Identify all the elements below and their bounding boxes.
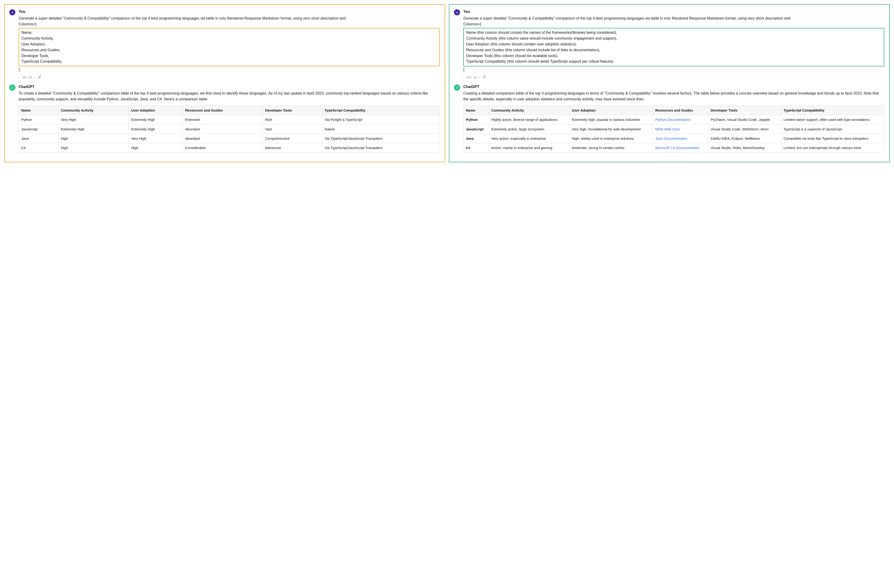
th-name: Name [464, 106, 489, 115]
td-activity: Active, mainly in enterprise and gaming [489, 143, 569, 153]
avatar-user: a [9, 9, 15, 15]
columns-close: ] [463, 67, 884, 73]
avatar-assistant [454, 85, 460, 91]
col-line: Name (this column should contain the nam… [466, 30, 882, 36]
avatar-letter: a [11, 10, 13, 15]
user-label: You [19, 9, 439, 15]
doc-link[interactable]: Microsoft C# Documentation [655, 146, 699, 150]
td-tools: Vast [263, 124, 322, 134]
assistant-message: ChatGPT To create a detailed "Community … [9, 84, 439, 153]
col-line: Developer Tools (this column should list… [466, 53, 882, 59]
td-resources: Extensive [183, 115, 263, 124]
columns-block: Name (this column should contain the nam… [463, 28, 884, 67]
col-line: Community Activity, [21, 36, 437, 41]
td-activity: Extremely High [59, 124, 129, 134]
td-name: JavaScript [19, 124, 59, 134]
chevron-right-icon[interactable]: › [479, 75, 480, 80]
td-activity: Highly active, diverse range of applicat… [489, 115, 569, 124]
td-activity: Very active, especially in enterprise [489, 134, 569, 143]
table-row: Python Highly active, diverse range of a… [464, 115, 884, 124]
avatar-letter: a [456, 10, 458, 15]
assistant-label: ChatGPT [463, 84, 884, 90]
col-line: Name, [21, 30, 437, 36]
th-name: Name [19, 106, 59, 115]
td-tools: Comprehensive [263, 134, 322, 143]
td-tools: Visual Studio Code, WebStorm, Atom [708, 124, 781, 134]
td-activity: High [59, 134, 129, 143]
td-name: JavaScript [464, 124, 489, 134]
td-tools: Visual Studio, Rider, MonoDevelop [708, 143, 781, 153]
assistant-text: To create a detailed "Community & Compat… [19, 91, 439, 102]
table-row: JavaScript Extremely active, large ecosy… [464, 124, 884, 134]
user-msg-body: You Generate a super detailed "Community… [19, 9, 439, 80]
td-ts: Limited, but can interoperate through va… [781, 143, 884, 153]
doc-link[interactable]: Java Documentation [655, 136, 687, 141]
td-ts: Via TypeScript/JavaScript Transpilers [322, 143, 439, 153]
col-line: Resources and Guides, [21, 47, 437, 53]
assistant-msg-body: ChatGPT Creating a detailed comparison t… [463, 84, 884, 153]
table-row: JavaScript Extremely High Extremely High… [19, 124, 439, 134]
col-line: User Adoption, [21, 41, 437, 47]
td-ts: Limited native support, often used with … [781, 115, 884, 124]
td-adoption: High [129, 143, 183, 153]
prompt-intro: Generate a super detailed "Community & C… [463, 16, 884, 21]
col-line: TypeScript Compatibility (this column sh… [466, 59, 882, 65]
th-activity: Community Activity [59, 106, 129, 115]
pager-text: 14 / 14 [467, 75, 477, 80]
td-ts: Compatible via tools like TypeScript-to-… [781, 134, 884, 143]
td-name: C# [464, 143, 489, 153]
assistant-text: Creating a detailed comparison table of … [463, 91, 884, 102]
td-name: Java [464, 134, 489, 143]
th-resources: Resources and Guides [183, 106, 263, 115]
col-line: Resources and Guides (this column should… [466, 47, 882, 53]
comparison-table: Name Community Activity User Adoption Re… [19, 106, 439, 153]
table-row: Python Very High Extremely High Extensiv… [19, 115, 439, 124]
th-tools: Developer Tools [708, 106, 781, 115]
table-header-row: Name Community Activity User Adoption Re… [19, 106, 439, 115]
doc-link[interactable]: Python Documentation [655, 118, 691, 122]
th-tools: Developer Tools [263, 106, 322, 115]
td-resources: Java Documentation [653, 134, 708, 143]
td-ts: Native [322, 124, 439, 134]
td-resources: Abundant [183, 124, 263, 134]
avatar-assistant [9, 85, 15, 91]
td-adoption: Moderate, strong in certain niches [569, 143, 653, 153]
doc-link[interactable]: MDN Web Docs [655, 127, 680, 131]
td-name: C# [19, 143, 59, 153]
page: a You Generate a super detailed "Communi… [0, 0, 894, 166]
td-tools: Advanced [263, 143, 322, 153]
user-label: You [463, 9, 884, 15]
th-ts: TypeScript Compatibility [322, 106, 439, 115]
td-ts: Via TypeScript/JavaScript Transpilers [322, 134, 439, 143]
td-adoption: Extremely High [129, 115, 183, 124]
chevron-right-icon[interactable]: › [35, 75, 36, 80]
td-tools: Rich [263, 115, 322, 124]
chevron-left-icon[interactable]: ‹ [19, 75, 20, 80]
edit-icon[interactable] [38, 75, 41, 80]
comparison-table: Name Community Activity User Adoption Re… [463, 106, 884, 153]
td-resources: Python Documentation [653, 115, 708, 124]
col-line: Developer Tools, [21, 53, 437, 59]
assistant-label: ChatGPT [19, 84, 439, 90]
panel-right: a You Generate a super detailed "Communi… [449, 4, 890, 162]
td-resources: MDN Web Docs [653, 124, 708, 134]
table-row: C# Active, mainly in enterprise and gami… [464, 143, 884, 153]
td-adoption: Very High [129, 134, 183, 143]
table-row: Java Very active, especially in enterpri… [464, 134, 884, 143]
user-msg-body: You Generate a super detailed "Community… [463, 9, 884, 80]
td-adoption: Extremely High [129, 124, 183, 134]
td-adoption: Very high, foundational for web developm… [569, 124, 653, 134]
table-header-row: Name Community Activity User Adoption Re… [464, 106, 884, 115]
td-resources: Considerable [183, 143, 263, 153]
avatar-user: a [454, 9, 460, 15]
th-adoption: User Adoption [569, 106, 653, 115]
td-resources: Microsoft C# Documentation [653, 143, 708, 153]
td-tools: IntelliJ IDEA, Eclipse, NetBeans [708, 134, 781, 143]
chevron-left-icon[interactable]: ‹ [463, 75, 464, 80]
td-name: Python [19, 115, 59, 124]
prompt-intro: Generate a super detailed "Community & C… [19, 16, 439, 21]
edit-icon[interactable] [482, 75, 486, 80]
th-activity: Community Activity [489, 106, 569, 115]
columns-block: Name, Community Activity, User Adoption,… [19, 28, 439, 67]
col-line: User Adoption (this column should contai… [466, 41, 882, 47]
